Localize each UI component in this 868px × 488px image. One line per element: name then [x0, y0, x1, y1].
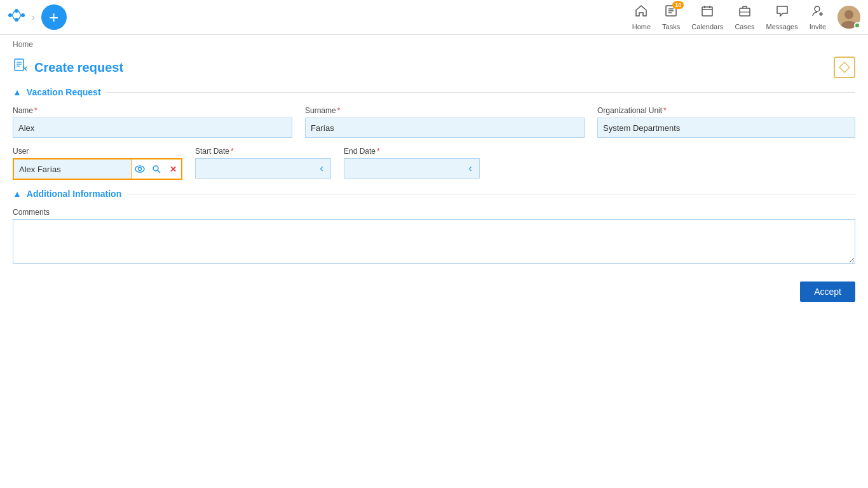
- vacation-section-toggle[interactable]: ▲: [13, 87, 22, 97]
- invite-icon: [811, 4, 825, 22]
- add-button[interactable]: +: [41, 4, 67, 30]
- start-date-wrap: ‹: [195, 158, 331, 179]
- start-date-input[interactable]: [196, 159, 313, 178]
- start-date-label: Start Date*: [195, 147, 331, 156]
- surname-label: Surname*: [305, 106, 585, 115]
- user-search-button[interactable]: [148, 159, 165, 179]
- name-label: Name*: [13, 106, 292, 115]
- start-date-picker-button[interactable]: ‹: [313, 159, 330, 178]
- home-icon: [634, 4, 648, 22]
- user-input[interactable]: [14, 159, 131, 179]
- org-unit-input[interactable]: [597, 118, 855, 138]
- user-action-buttons: ✕: [131, 159, 181, 179]
- nav-messages[interactable]: Messages: [766, 4, 798, 30]
- svg-point-0: [8, 13, 12, 17]
- vacation-section-header: ▲ Vacation Request: [13, 87, 855, 97]
- tree-icon: [8, 8, 25, 26]
- page-title: Create request: [34, 60, 123, 75]
- footer-row: Accept: [0, 273, 868, 302]
- svg-rect-12: [702, 7, 712, 16]
- help-button[interactable]: [834, 57, 855, 78]
- end-date-wrap: ‹: [344, 158, 480, 179]
- additional-section-title: Additional Information: [27, 189, 121, 199]
- tasks-badge: 10: [672, 1, 684, 9]
- additional-section-line: [126, 194, 855, 194]
- comments-label: Comments: [13, 208, 855, 217]
- nav-cases[interactable]: Cases: [735, 4, 754, 30]
- svg-line-7: [18, 15, 21, 20]
- messages-icon: [775, 4, 789, 22]
- svg-line-6: [18, 11, 21, 15]
- org-unit-field: Organizational Unit*: [597, 106, 855, 138]
- nav-tasks[interactable]: 10 Tasks: [662, 4, 680, 30]
- user-input-wrap: ✕: [13, 158, 182, 180]
- svg-point-18: [815, 6, 820, 11]
- svg-line-5: [12, 15, 15, 20]
- nav-right: Home 10 Tasks: [632, 4, 860, 30]
- name-input[interactable]: [13, 118, 292, 138]
- form-row-1: Name* Surname* Organizational Unit*: [13, 106, 855, 138]
- vacation-section-title: Vacation Request: [27, 87, 101, 97]
- svg-line-31: [158, 170, 160, 173]
- svg-point-1: [15, 9, 18, 13]
- end-date-field: End Date* ‹: [344, 147, 480, 179]
- start-date-field: Start Date* ‹: [195, 147, 331, 179]
- nav-home[interactable]: Home: [632, 4, 651, 30]
- comments-row: Comments: [13, 208, 855, 264]
- nav-invite[interactable]: Invite: [810, 4, 826, 30]
- svg-point-3: [21, 13, 25, 17]
- additional-section-toggle[interactable]: ▲: [13, 189, 22, 199]
- vacation-section-line: [106, 92, 855, 93]
- page-header: Create request: [0, 54, 868, 85]
- end-date-picker-button[interactable]: ‹: [461, 159, 479, 178]
- user-view-button[interactable]: [132, 159, 148, 179]
- form-row-2: User ✕: [13, 147, 855, 180]
- surname-field: Surname*: [305, 106, 585, 138]
- breadcrumb: Home: [0, 35, 868, 54]
- page-title-wrap: Create request: [13, 58, 123, 77]
- nav-chevron: ›: [32, 12, 35, 22]
- user-clear-button[interactable]: ✕: [165, 159, 181, 179]
- svg-rect-24: [15, 59, 24, 71]
- calendars-label: Calendars: [691, 23, 723, 30]
- cases-label: Cases: [735, 23, 754, 30]
- comments-field: Comments: [13, 208, 855, 264]
- page-icon: [13, 58, 28, 77]
- svg-point-30: [153, 166, 158, 171]
- cases-icon: [738, 4, 752, 22]
- online-status-dot: [854, 22, 860, 29]
- navbar: › + Home 10 Tasks: [0, 0, 868, 35]
- end-date-label: End Date*: [344, 147, 480, 156]
- end-date-input[interactable]: [344, 159, 461, 178]
- nav-calendars[interactable]: Calendars: [691, 4, 723, 30]
- avatar[interactable]: [837, 6, 860, 29]
- surname-input[interactable]: [305, 118, 585, 138]
- calendars-icon: [700, 4, 714, 22]
- additional-section-header: ▲ Additional Information: [13, 189, 855, 199]
- svg-line-4: [12, 11, 15, 15]
- tasks-label: Tasks: [662, 23, 680, 30]
- org-unit-label: Organizational Unit*: [597, 106, 855, 115]
- home-label: Home: [632, 23, 651, 30]
- nav-left: › +: [8, 4, 67, 30]
- comments-textarea[interactable]: [13, 219, 855, 264]
- user-label: User: [13, 147, 182, 156]
- accept-button[interactable]: Accept: [800, 281, 855, 302]
- form-container: ▲ Vacation Request Name* Surname* Organi…: [0, 87, 868, 264]
- messages-label: Messages: [766, 23, 798, 30]
- svg-point-28: [135, 166, 144, 172]
- invite-label: Invite: [810, 23, 826, 30]
- svg-point-22: [844, 10, 853, 19]
- svg-point-2: [15, 18, 18, 22]
- svg-point-29: [139, 168, 142, 171]
- name-field: Name*: [13, 106, 292, 138]
- user-field: User ✕: [13, 147, 182, 180]
